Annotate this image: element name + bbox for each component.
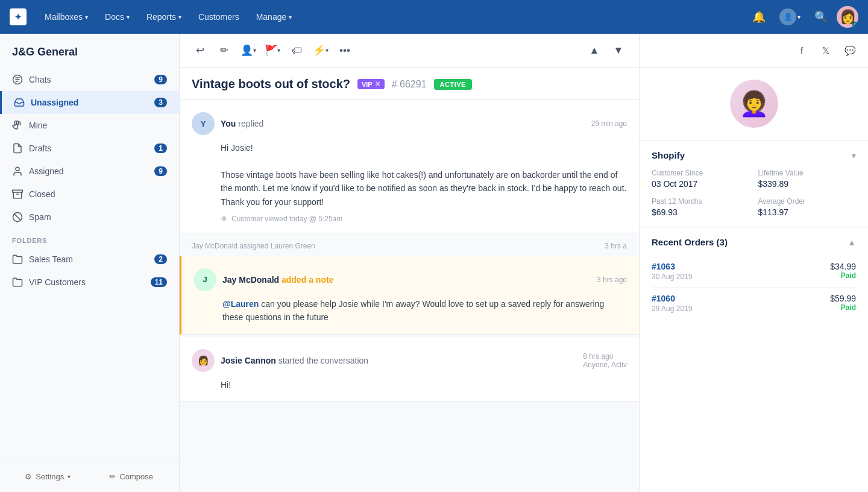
message-block: Y You replied 29 min ago Hi Josie! Those… xyxy=(180,100,639,233)
orders-expand-button[interactable]: ▲ xyxy=(848,238,856,247)
chevron-down-icon: ▾ xyxy=(68,473,71,480)
nav-manage[interactable]: Manage ▾ xyxy=(248,0,301,34)
online-status-dot xyxy=(852,22,858,27)
messages-area: Y You replied 29 min ago Hi Josie! Those… xyxy=(180,100,639,492)
remove-vip-button[interactable]: ✕ xyxy=(375,80,380,88)
order-date: 29 Aug 2019 xyxy=(652,304,692,313)
compose-icon: ✏ xyxy=(109,472,116,481)
next-conversation-button[interactable]: ▼ xyxy=(608,40,629,62)
tag-button[interactable]: 🏷 xyxy=(286,40,307,62)
order-status: Paid xyxy=(830,271,856,280)
chat-channel-icon[interactable]: 💬 xyxy=(841,42,858,59)
prev-conversation-button[interactable]: ▲ xyxy=(583,40,605,62)
main-layout: J&G General Chats 9 Unassigned 3 Mine Dr… xyxy=(0,34,868,492)
sales-team-badge: 2 xyxy=(154,254,167,264)
inbox-icon xyxy=(14,97,25,108)
notification-bell-icon[interactable]: 🔔 xyxy=(748,6,770,28)
past-12-months: Past 12 Months $69.93 xyxy=(652,197,750,217)
logo[interactable]: ✦ xyxy=(10,8,27,25)
customer-avatar: 👩‍🦱 xyxy=(730,80,778,128)
folder-icon xyxy=(12,254,23,265)
shopify-title: Shopify xyxy=(652,150,685,160)
toolbar: ↩ ✏ 👤▾ 🚩▾ 🏷 ⚡▾ ••• ▲ ▼ xyxy=(180,34,639,68)
settings-button[interactable]: ⚙ Settings ▾ xyxy=(6,467,90,486)
flag-button[interactable]: 🚩▾ xyxy=(262,40,283,62)
right-panel: f 𝕏 💬 👩‍🦱 Shopify ▾ Customer Since 03 Oc… xyxy=(639,34,868,492)
message-viewed-status: 👁 Customer viewed today @ 5:25am xyxy=(192,215,627,223)
average-order: Average Order $113.97 xyxy=(758,197,857,217)
main-content: ↩ ✏ 👤▾ 🚩▾ 🏷 ⚡▾ ••• ▲ ▼ Vintage boots out… xyxy=(180,34,639,492)
conversation-number: # 66291 xyxy=(392,79,427,90)
sidebar-item-closed[interactable]: Closed xyxy=(0,183,179,206)
sidebar-item-unassigned[interactable]: Unassigned 3 xyxy=(0,91,179,114)
sidebar-item-assigned[interactable]: Assigned 9 xyxy=(0,160,179,183)
conversation-header: Vintage boots out of stock? VIP ✕ # 6629… xyxy=(180,68,639,100)
undo-button[interactable]: ↩ xyxy=(189,40,211,62)
sidebar-item-mine[interactable]: Mine xyxy=(0,114,179,137)
customer-since: Customer Since 03 Oct 2017 xyxy=(652,169,750,189)
order-amount: $34.99 xyxy=(830,262,856,271)
avatar: 👩 xyxy=(192,349,215,372)
message-time: 29 min ago xyxy=(591,119,627,128)
chats-badge: 9 xyxy=(154,75,167,84)
note-body: @Lauren can you please help Josie while … xyxy=(193,297,627,324)
chevron-down-icon: ▾ xyxy=(178,14,181,20)
sidebar-item-vip-customers[interactable]: VIP Customers 11 xyxy=(0,271,179,294)
shopify-section: Shopify ▾ Customer Since 03 Oct 2017 Lif… xyxy=(640,140,868,227)
eye-icon: 👁 xyxy=(221,215,228,223)
sidebar-item-sales-team[interactable]: Sales Team 2 xyxy=(0,248,179,271)
topnav-icons: 🔔 👤 ▾ 🔍 👩 xyxy=(748,6,858,28)
vip-badge: VIP ✕ xyxy=(357,79,385,89)
chevron-down-icon: ▾ xyxy=(85,14,88,20)
system-message: Jay McDonald assigned Lauren Green 3 hrs… xyxy=(180,236,639,256)
search-icon[interactable]: 🔍 xyxy=(810,6,832,28)
message-body: Hi! xyxy=(192,378,627,391)
svg-line-5 xyxy=(14,214,21,221)
note-meta: J Jay McDonald added a note 3 hrs ago xyxy=(193,268,627,291)
sidebar: J&G General Chats 9 Unassigned 3 Mine Dr… xyxy=(0,34,180,492)
shopify-collapse-button[interactable]: ▾ xyxy=(852,151,856,160)
order-number[interactable]: #1063 xyxy=(652,262,692,271)
chevron-down-icon: ▾ xyxy=(289,14,292,20)
folder-icon xyxy=(12,277,23,288)
order-status: Paid xyxy=(830,303,856,312)
agent-avatar-icon: 👤 xyxy=(779,8,796,25)
assign-button[interactable]: 👤▾ xyxy=(237,40,259,62)
sidebar-item-drafts[interactable]: Drafts 1 xyxy=(0,137,179,160)
agent-status-button[interactable]: 👤 ▾ xyxy=(775,6,805,28)
order-amount: $59.99 xyxy=(830,294,856,303)
drafts-badge: 1 xyxy=(154,144,167,153)
lifetime-value: Lifetime Value $339.89 xyxy=(758,169,857,189)
nav-docs[interactable]: Docs ▾ xyxy=(96,0,138,34)
order-row: #1063 30 Aug 2019 $34.99 Paid xyxy=(652,256,856,288)
message-body: Hi Josie! Those vintage boots have been … xyxy=(192,141,627,209)
order-number[interactable]: #1060 xyxy=(652,294,692,303)
right-panel-header: f 𝕏 💬 xyxy=(640,34,868,68)
facebook-icon[interactable]: f xyxy=(793,42,810,59)
sidebar-bottom: ⚙ Settings ▾ ✏ Compose xyxy=(0,461,179,492)
order-row: #1060 29 Aug 2019 $59.99 Paid xyxy=(652,288,856,319)
ban-icon xyxy=(12,212,23,222)
more-button[interactable]: ••• xyxy=(334,40,356,62)
unassigned-badge: 3 xyxy=(154,98,167,107)
hand-icon xyxy=(12,120,23,131)
conversation-title: Vintage boots out of stock? xyxy=(192,77,350,91)
nav-customers[interactable]: Customers xyxy=(190,0,248,34)
compose-button[interactable]: ✏ Compose xyxy=(90,467,174,486)
toolbar-nav: ▲ ▼ xyxy=(583,40,629,62)
note-block: J Jay McDonald added a note 3 hrs ago @L… xyxy=(180,256,639,335)
status-badge: ACTIVE xyxy=(434,79,472,90)
sidebar-item-spam[interactable]: Spam xyxy=(0,206,179,229)
nav-reports[interactable]: Reports ▾ xyxy=(138,0,190,34)
customer-hero: 👩‍🦱 xyxy=(640,68,868,140)
lightning-button[interactable]: ⚡▾ xyxy=(310,40,332,62)
vip-customers-badge: 11 xyxy=(151,277,167,287)
chevron-down-icon: ▾ xyxy=(797,14,800,20)
recent-orders-section: Recent Orders (3) ▲ #1063 30 Aug 2019 $3… xyxy=(640,227,868,329)
user-avatar[interactable]: 👩 xyxy=(837,6,858,28)
nav-mailboxes[interactable]: Mailboxes ▾ xyxy=(36,0,96,34)
folders-label: FOLDERS xyxy=(0,229,179,248)
sidebar-item-chats[interactable]: Chats 9 xyxy=(0,68,179,91)
twitter-icon[interactable]: 𝕏 xyxy=(817,42,834,59)
edit-button[interactable]: ✏ xyxy=(213,40,235,62)
